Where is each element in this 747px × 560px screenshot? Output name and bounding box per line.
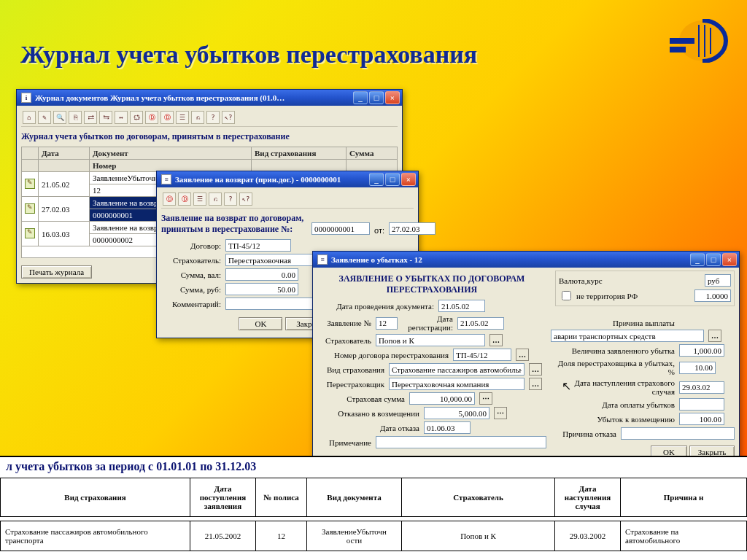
app-icon: i: [21, 93, 31, 103]
recov-input[interactable]: [679, 413, 724, 425]
maximize-button[interactable]: □: [706, 253, 721, 266]
insurer-label: Страхователь: [317, 336, 371, 345]
tool-icon[interactable]: Ⓓ: [160, 111, 174, 124]
denyreason-input[interactable]: [621, 427, 735, 440]
note-label: Примечание: [317, 438, 371, 447]
col-sum[interactable]: Сумма: [347, 147, 398, 160]
tool-icon[interactable]: ↖?: [239, 192, 252, 206]
territory-checkbox[interactable]: не территория РФ: [559, 289, 683, 303]
close-button[interactable]: ×: [401, 173, 416, 186]
application-number-input[interactable]: [311, 222, 370, 235]
docdate-input[interactable]: [438, 300, 485, 312]
lookup-button[interactable]: …: [516, 349, 529, 361]
tool-icon[interactable]: ⎘: [69, 111, 82, 124]
window-title: Заявление на возврат (прин.дог.) - 00000…: [175, 175, 369, 184]
tool-icon[interactable]: ↖?: [222, 111, 235, 124]
rate-input[interactable]: [694, 289, 731, 302]
tool-icon[interactable]: Ⓓ: [163, 192, 176, 206]
eventdate-input[interactable]: [679, 381, 724, 394]
comment-label: Комментарий:: [161, 300, 221, 308]
reins-label: Перестраховщик: [317, 380, 384, 389]
tool-icon[interactable]: ☰: [193, 192, 206, 206]
tool-icon[interactable]: 🔍: [53, 111, 66, 124]
form-heading: ЗАЯВЛЕНИЕ О УБЫТКАХ ПО ДОГОВОРАМ ПЕРЕСТР…: [317, 273, 546, 295]
calc-button[interactable]: ⋯: [494, 407, 507, 419]
ssum-input[interactable]: [409, 392, 475, 405]
tool-icon[interactable]: Ⓓ: [145, 111, 158, 124]
calc-button[interactable]: ⋯: [479, 392, 492, 405]
tool-icon[interactable]: ?: [206, 111, 220, 124]
sumval-label: Сумма, вал:: [161, 271, 221, 279]
tool-icon[interactable]: Ⓓ: [178, 192, 191, 206]
note-input[interactable]: [376, 436, 546, 448]
sum-val-input[interactable]: [225, 268, 298, 281]
tool-icon[interactable]: ⌂: [23, 111, 36, 124]
journal-heading: Журнал учета убытков по договорам, приня…: [21, 131, 398, 142]
reasonpay-input[interactable]: [551, 330, 704, 342]
reins-input[interactable]: [389, 378, 525, 390]
share-input[interactable]: [679, 362, 716, 374]
tool-icon[interactable]: ⎌: [209, 192, 222, 206]
report-strip: л учета убытков за период с 01.01.01 по …: [0, 456, 747, 560]
col-kind[interactable]: Вид страхования: [252, 147, 347, 160]
recontr-input[interactable]: [453, 349, 511, 361]
col-date[interactable]: Дата: [39, 147, 90, 160]
window-title: Журнал документов Журнал учета убытков п…: [35, 93, 353, 102]
report-title: л учета убытков за период с 01.01.01 по …: [0, 460, 747, 478]
titlebar[interactable]: ≡ Заявление на возврат (прин.дог.) - 000…: [157, 171, 418, 187]
denyreason-label: Причина отказа: [551, 429, 616, 438]
ok-button[interactable]: OK: [239, 317, 282, 330]
denydate-input[interactable]: [424, 421, 471, 434]
sum-rub-input[interactable]: [225, 283, 298, 295]
loss-decl-window: ≡ Заявление о убытках - 12 _ □ × ЗАЯВЛЕН…: [312, 251, 740, 464]
application-date-input[interactable]: [389, 222, 436, 235]
currency-input[interactable]: [705, 274, 731, 287]
tool-icon[interactable]: ☰: [176, 111, 189, 124]
paydate-input[interactable]: [679, 398, 724, 411]
lookup-button[interactable]: …: [489, 334, 503, 346]
titlebar[interactable]: i Журнал документов Журнал учета убытков…: [17, 90, 402, 106]
declnum-label: Заявление №: [317, 319, 371, 327]
from-label: от:: [374, 226, 384, 235]
tool-icon[interactable]: ?: [224, 192, 237, 206]
form-heading: Заявление на возврат по договорам, приня…: [161, 213, 307, 235]
minimize-button[interactable]: _: [353, 91, 368, 104]
lookup-button[interactable]: …: [529, 378, 542, 390]
lookup-button[interactable]: …: [529, 363, 542, 376]
minimize-button[interactable]: _: [369, 173, 384, 186]
tool-icon[interactable]: ⮀: [99, 111, 112, 124]
close-button[interactable]: ×: [722, 253, 737, 266]
col-document[interactable]: Документ: [90, 147, 252, 160]
col-doc: Вид документа: [307, 478, 402, 517]
minimize-button[interactable]: _: [690, 253, 705, 266]
corporate-logo: [662, 19, 728, 63]
report-table: Вид страхования Дата поступления заявлен…: [0, 478, 747, 551]
declloss-input[interactable]: [679, 344, 724, 357]
sumrub-label: Сумма, руб:: [161, 285, 221, 294]
maximize-button[interactable]: □: [385, 173, 400, 186]
tool-icon[interactable]: ✎: [38, 111, 51, 124]
row-icon: [25, 179, 35, 189]
insurer-input[interactable]: [376, 334, 485, 346]
tool-icon[interactable]: ⎌: [191, 111, 204, 124]
col-kind: Вид страхования: [1, 478, 190, 517]
col-evdate: Дата наступления случая: [555, 478, 621, 517]
declnum-input[interactable]: [376, 317, 398, 330]
row-icon: [25, 228, 35, 238]
col-number[interactable]: Номер: [90, 160, 252, 172]
tool-icon[interactable]: ⮔: [130, 111, 143, 124]
maximize-button[interactable]: □: [369, 91, 384, 104]
ssum-label: Страховая сумма: [317, 394, 405, 403]
denied-input[interactable]: [424, 407, 489, 419]
close-button[interactable]: ×: [385, 91, 400, 104]
lookup-button[interactable]: …: [708, 330, 721, 342]
report-row: Страхование пассажиров автомобильного тр…: [1, 521, 747, 551]
tool-icon[interactable]: ↔: [115, 111, 128, 124]
print-journal-button[interactable]: Печать журнала: [21, 265, 92, 279]
kind-input[interactable]: [389, 363, 525, 376]
contract-input[interactable]: [225, 239, 291, 252]
regdate-input[interactable]: [457, 317, 504, 330]
doc-icon: ≡: [317, 254, 328, 265]
tool-icon[interactable]: ⮂: [84, 111, 97, 124]
titlebar[interactable]: ≡ Заявление о убытках - 12 _ □ ×: [313, 252, 739, 268]
